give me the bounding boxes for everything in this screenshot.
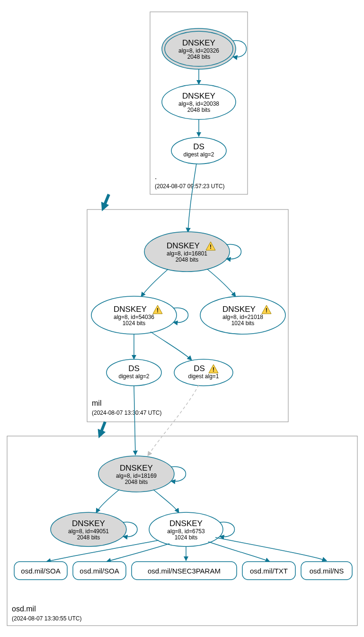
svg-text:DNSKEY: DNSKEY [169, 519, 203, 528]
record-soa-1: osd.mil/SOA [21, 567, 60, 575]
svg-text:alg=8, id=54036: alg=8, id=54036 [114, 314, 154, 320]
svg-text:!: ! [157, 307, 159, 314]
edge-mildsalg1-18169 [148, 385, 199, 456]
edge-54036-dsalg1 [151, 332, 192, 360]
svg-text:1024 bits: 1024 bits [123, 320, 146, 327]
svg-text:alg=8, id=20038: alg=8, id=20038 [178, 100, 219, 107]
zone-mil-timestamp: (2024-08-07 13:30:47 UTC) [92, 410, 161, 416]
zone-osd-label: osd.mil [12, 605, 36, 613]
zone-mil-label: mil [92, 399, 101, 407]
svg-text:DNSKEY: DNSKEY [182, 38, 215, 47]
edge-18169-49051 [96, 490, 119, 513]
node-dnskey-54036: DNSKEY alg=8, id=54036 1024 bits ! [91, 296, 188, 334]
zone-mil: mil (2024-08-07 13:30:47 UTC) DNSKEY alg… [87, 164, 288, 422]
svg-text:DS: DS [194, 364, 205, 373]
node-dnskey-21018: DNSKEY alg=8, id=21018 1024 bits ! [200, 296, 285, 334]
svg-text:1024 bits: 1024 bits [231, 320, 255, 327]
edge-6753-r5 [215, 537, 327, 561]
svg-text:DNSKEY: DNSKEY [114, 305, 147, 314]
record-txt: osd.mil/TXT [250, 567, 288, 575]
svg-text:1024 bits: 1024 bits [175, 534, 198, 541]
edge-18169-6753 [153, 490, 179, 513]
svg-text:2048 bits: 2048 bits [77, 534, 100, 541]
svg-text:alg=8, id=6753: alg=8, id=6753 [167, 528, 205, 535]
svg-text:digest alg=2: digest alg=2 [183, 151, 214, 158]
node-dnskey-20038: DNSKEY alg=8, id=20038 2048 bits [162, 84, 236, 119]
svg-text:DS: DS [128, 364, 140, 373]
zone-root: . (2024-08-07 09:57:23 UTC) DNSKEY alg=8… [150, 12, 248, 194]
node-dnskey-16801: DNSKEY alg=8, id=16801 2048 bits ! [144, 232, 241, 272]
record-soa-2: osd.mil/SOA [80, 567, 119, 575]
node-dnskey-20326: DNSKEY alg=8, id=20326 2048 bits [162, 28, 247, 69]
node-mil-ds-alg1: DS digest alg=1 ! [174, 359, 233, 386]
edge-6753-r4 [208, 542, 270, 562]
svg-text:alg=8, id=16801: alg=8, id=16801 [167, 250, 207, 257]
svg-text:alg=8, id=20326: alg=8, id=20326 [178, 47, 219, 54]
svg-text:DNSKEY: DNSKEY [222, 305, 256, 314]
zone-osd-mil: osd.mil (2024-08-07 13:30:55 UTC) DNSKEY… [7, 385, 357, 626]
node-dnskey-6753: DNSKEY alg=8, id=6753 1024 bits [149, 512, 235, 546]
edge-mildsalg2-18169 [134, 386, 135, 455]
edge-rootds-to-16801 [188, 164, 196, 232]
svg-text:2048 bits: 2048 bits [176, 256, 199, 263]
record-ns: osd.mil/NS [310, 567, 344, 575]
record-nsec3param: osd.mil/NSEC3PARAM [148, 567, 221, 575]
svg-text:DNSKEY: DNSKEY [167, 241, 200, 250]
svg-text:!: ! [210, 244, 212, 250]
svg-text:digest alg=1: digest alg=1 [188, 373, 219, 380]
svg-text:DNSKEY: DNSKEY [72, 519, 105, 528]
svg-text:alg=8, id=21018: alg=8, id=21018 [222, 314, 263, 320]
svg-text:alg=8, id=18169: alg=8, id=18169 [116, 473, 157, 479]
svg-text:2048 bits: 2048 bits [187, 54, 211, 60]
svg-text:DNSKEY: DNSKEY [182, 91, 215, 100]
zone-edge-root-to-mil [103, 194, 109, 208]
dnssec-chain-diagram: . (2024-08-07 09:57:23 UTC) DNSKEY alg=8… [0, 0, 364, 637]
svg-text:2048 bits: 2048 bits [187, 107, 211, 113]
edge-16801-54036 [141, 269, 168, 297]
zone-edge-mil-to-osd [100, 422, 105, 435]
svg-text:DS: DS [193, 142, 204, 151]
node-dnskey-18169: DNSKEY alg=8, id=18169 2048 bits [98, 456, 186, 492]
svg-text:alg=8, id=49051: alg=8, id=49051 [68, 528, 109, 535]
node-root-ds-alg2: DS digest alg=2 [171, 137, 226, 164]
edge-16801-21018 [207, 269, 236, 297]
record-nodes: osd.mil/SOA osd.mil/SOA osd.mil/NSEC3PAR… [14, 562, 352, 580]
zone-osd-timestamp: (2024-08-07 13:30:55 UTC) [12, 615, 81, 622]
svg-text:!: ! [266, 307, 267, 314]
svg-text:2048 bits: 2048 bits [125, 479, 148, 485]
zone-root-label: . [155, 173, 157, 181]
svg-text:DNSKEY: DNSKEY [120, 464, 153, 473]
svg-text:digest alg=2: digest alg=2 [118, 373, 149, 380]
edge-6753-r2 [107, 544, 169, 562]
svg-text:!: ! [213, 366, 214, 373]
node-dnskey-49051: DNSKEY alg=8, id=49051 2048 bits [51, 512, 137, 546]
zone-root-timestamp: (2024-08-07 09:57:23 UTC) [155, 183, 224, 190]
node-mil-ds-alg2: DS digest alg=2 [107, 359, 161, 386]
